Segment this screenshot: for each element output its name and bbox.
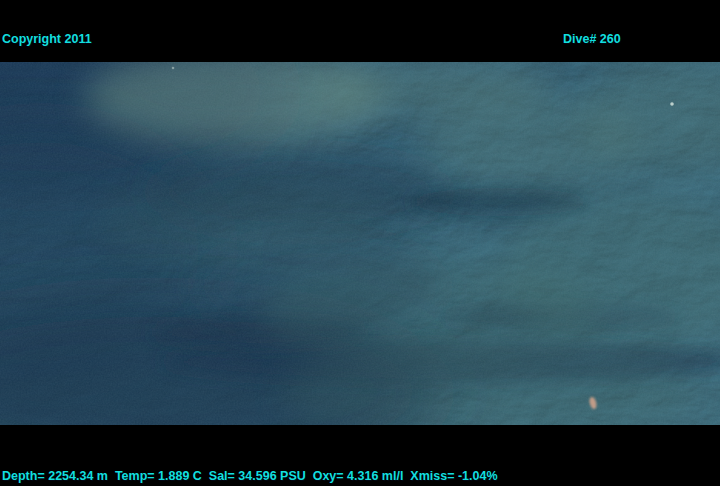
dive-number-line: Dive# 260	[563, 32, 700, 47]
film-grain	[0, 62, 720, 425]
overlay-top-bar: Copyright 2011 Doc Ricketts\images\0260\…	[0, 0, 720, 62]
copyright-line: Copyright 2011	[2, 32, 406, 47]
white-speck	[670, 102, 674, 106]
faint-speck	[172, 67, 175, 70]
telemetry-line: Depth= 2254.34 m Temp= 1.889 C Sal= 34.5…	[2, 469, 498, 484]
rov-video-frame: Copyright 2011 Doc Ricketts\images\0260\…	[0, 0, 720, 486]
seafloor-image	[0, 62, 720, 425]
seafloor-photo	[0, 62, 720, 425]
overlay-bottom-bar: Depth= 2254.34 m Temp= 1.889 C Sal= 34.5…	[0, 425, 720, 486]
